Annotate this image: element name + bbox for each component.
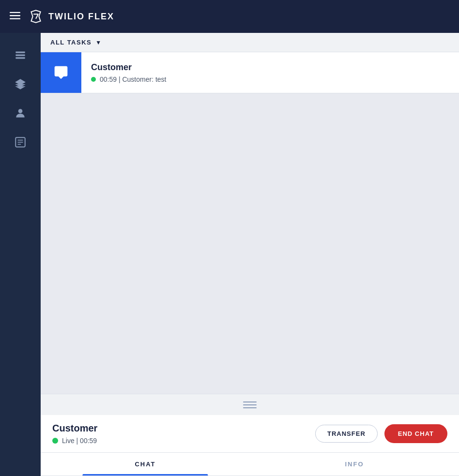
customer-info-left: Customer Live | 00:59 — [52, 423, 97, 445]
chat-main-area — [41, 93, 459, 394]
divider-line-2 — [243, 404, 257, 405]
sidebar-item-layers[interactable] — [8, 72, 33, 97]
tab-info[interactable]: INFO — [250, 453, 459, 476]
hamburger-menu-icon[interactable] — [10, 10, 20, 23]
task-details: Customer 00:59 | Customer: test — [81, 55, 176, 91]
divider-line-3 — [243, 407, 257, 408]
customer-actions: TRANSFER END CHAT — [315, 424, 447, 443]
customer-name-large: Customer — [52, 423, 97, 434]
main-layout: ALL TASKS ▼ Customer 00:59 | Customer: t… — [0, 33, 459, 476]
tabs-bar: CHAT INFO — [41, 453, 459, 476]
svg-rect-0 — [10, 12, 20, 13]
svg-rect-5 — [15, 54, 25, 56]
divider-lines — [243, 402, 257, 408]
sidebar-item-tasks[interactable] — [8, 43, 33, 68]
all-tasks-label: ALL TASKS — [50, 39, 92, 46]
tasks-dropdown-icon[interactable]: ▼ — [95, 39, 101, 46]
task-status-dot — [91, 77, 96, 82]
logo-area: TWILIO FLEX — [28, 9, 114, 24]
tab-chat[interactable]: CHAT — [41, 453, 250, 476]
twilio-logo-icon — [28, 9, 44, 24]
task-status-line: 00:59 | Customer: test — [91, 75, 167, 83]
tasks-header: ALL TASKS ▼ — [41, 33, 459, 52]
content-area: ALL TASKS ▼ Customer 00:59 | Customer: t… — [41, 33, 459, 476]
task-item[interactable]: Customer 00:59 | Customer: test — [41, 52, 459, 93]
task-chat-icon-area — [41, 52, 81, 93]
divider-line-1 — [243, 402, 257, 402]
customer-live-status: Live | 00:59 — [52, 437, 97, 445]
svg-marker-3 — [31, 10, 40, 23]
sidebar-item-contacts[interactable] — [8, 130, 33, 155]
divider-handle[interactable] — [41, 394, 459, 415]
transfer-button[interactable]: TRANSFER — [315, 425, 378, 443]
task-timer-text: 00:59 | Customer: test — [100, 75, 167, 83]
chat-bubble-icon — [53, 65, 69, 80]
top-header: TWILIO FLEX — [0, 0, 459, 33]
live-status-dot — [52, 438, 58, 444]
svg-point-8 — [18, 109, 23, 113]
sidebar — [0, 33, 41, 476]
svg-rect-1 — [10, 15, 20, 16]
customer-info-bar: Customer Live | 00:59 TRANSFER END CHAT — [41, 415, 459, 453]
end-chat-button[interactable]: END CHAT — [384, 424, 447, 443]
sidebar-item-agent[interactable] — [8, 101, 33, 126]
svg-rect-4 — [15, 51, 25, 53]
live-status-text: Live | 00:59 — [62, 437, 97, 445]
svg-rect-6 — [15, 57, 25, 59]
task-customer-name: Customer — [91, 62, 167, 73]
app-title: TWILIO FLEX — [48, 12, 114, 22]
svg-rect-2 — [10, 18, 20, 19]
